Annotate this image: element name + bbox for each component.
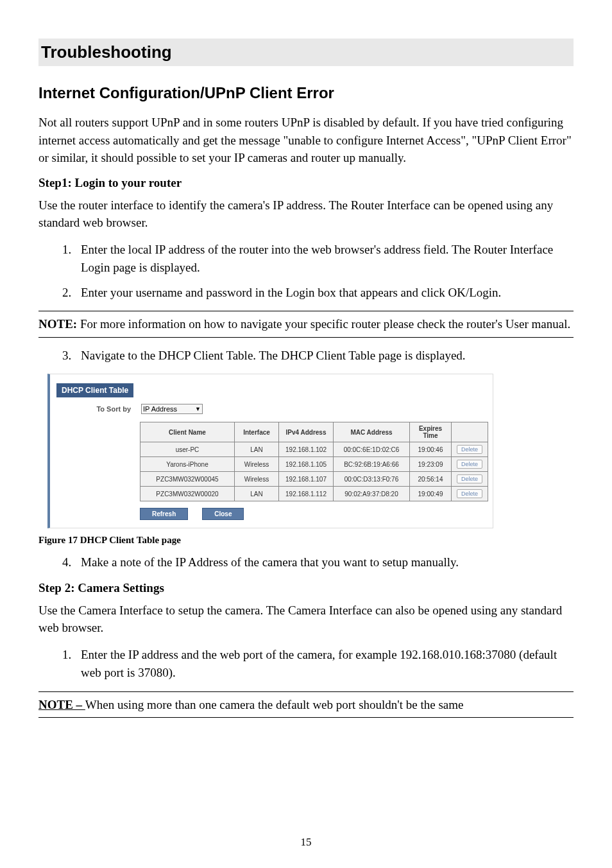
cell-interface: LAN bbox=[235, 487, 279, 501]
cell-interface: Wireless bbox=[235, 472, 279, 487]
close-button[interactable]: Close bbox=[202, 508, 244, 520]
col-action bbox=[452, 422, 488, 442]
figure-caption: Figure 17 DHCP Client Table page bbox=[38, 535, 574, 546]
cell-ip: 192.168.1.107 bbox=[279, 472, 334, 487]
table-row: PZC3MW032W00045 Wireless 192.168.1.107 0… bbox=[140, 472, 488, 487]
cell-ip: 192.168.1.105 bbox=[279, 457, 334, 472]
cell-ip: 192.168.1.102 bbox=[279, 442, 334, 457]
col-interface: Interface bbox=[235, 422, 279, 442]
cell-expires: 19:00:49 bbox=[410, 487, 452, 501]
step1c-list: Make a note of the IP Address of the cam… bbox=[38, 553, 574, 572]
step1-list: Enter the local IP address of the router… bbox=[38, 241, 574, 302]
note-2-text: When using more than one camera the defa… bbox=[85, 698, 464, 711]
cell-interface: LAN bbox=[235, 442, 279, 457]
step1-item-4: Make a note of the IP Address of the cam… bbox=[74, 553, 574, 572]
delete-button[interactable]: Delete bbox=[457, 460, 482, 469]
dhcp-sort-value: IP Address bbox=[143, 405, 177, 413]
dhcp-table: Client Name Interface IPv4 Address MAC A… bbox=[140, 422, 488, 501]
section-heading: Internet Configuration/UPnP Client Error bbox=[38, 84, 574, 102]
dhcp-figure: DHCP Client Table To Sort by IP Address … bbox=[47, 374, 493, 528]
cell-action: Delete bbox=[452, 472, 488, 487]
cell-client: PZC3MW032W00020 bbox=[140, 487, 235, 501]
note-1-label: NOTE: bbox=[38, 317, 77, 331]
page-title: Troubleshooting bbox=[38, 39, 574, 66]
cell-interface: Wireless bbox=[235, 457, 279, 472]
section-intro: Not all routers support UPnP and in some… bbox=[38, 114, 574, 167]
step1-heading: Step1: Login to your router bbox=[38, 176, 574, 190]
note-1: NOTE: For more information on how to nav… bbox=[38, 311, 574, 338]
step1-intro: Use the router interface to identify the… bbox=[38, 196, 574, 232]
delete-button[interactable]: Delete bbox=[457, 445, 482, 454]
table-row: PZC3MW032W00020 LAN 192.168.1.112 90:02:… bbox=[140, 487, 488, 501]
step2-intro: Use the Camera Interface to setup the ca… bbox=[38, 602, 574, 637]
document-page: Troubleshooting Internet Configuration/U… bbox=[0, 0, 612, 868]
cell-action: Delete bbox=[452, 487, 488, 501]
col-client: Client Name bbox=[140, 422, 235, 442]
cell-client: PZC3MW032W00045 bbox=[140, 472, 235, 487]
cell-action: Delete bbox=[452, 457, 488, 472]
dhcp-sort-row: To Sort by IP Address ▼ bbox=[50, 404, 493, 414]
cell-expires: 19:00:46 bbox=[410, 442, 452, 457]
refresh-button[interactable]: Refresh bbox=[140, 508, 188, 520]
step1-item-3: Navigate to the DHCP Client Table. The D… bbox=[74, 347, 574, 365]
dhcp-sort-label: To Sort by bbox=[86, 405, 131, 413]
cell-action: Delete bbox=[452, 442, 488, 457]
dhcp-buttons: Refresh Close bbox=[140, 508, 493, 520]
cell-expires: 20:56:14 bbox=[410, 472, 452, 487]
step1b-list: Navigate to the DHCP Client Table. The D… bbox=[38, 347, 574, 365]
cell-mac: 90:02:A9:37:D8:20 bbox=[334, 487, 410, 501]
col-mac: MAC Address bbox=[334, 422, 410, 442]
page-number: 15 bbox=[0, 836, 612, 849]
cell-ip: 192.168.1.112 bbox=[279, 487, 334, 501]
cell-mac: BC:92:6B:19:A6:66 bbox=[334, 457, 410, 472]
step1-item-1: Enter the local IP address of the router… bbox=[74, 241, 574, 277]
delete-button[interactable]: Delete bbox=[457, 489, 482, 498]
cell-client: Yarons-iPhone bbox=[140, 457, 235, 472]
cell-mac: 00:0C:D3:13:F0:76 bbox=[334, 472, 410, 487]
col-expires: Expires Time bbox=[410, 422, 452, 442]
step2-list: Enter the IP address and the web port of… bbox=[38, 646, 574, 682]
cell-mac: 00:0C:6E:1D:02:C6 bbox=[334, 442, 410, 457]
dhcp-header-strip: DHCP Client Table bbox=[50, 383, 493, 397]
dhcp-panel-title: DHCP Client Table bbox=[56, 383, 133, 397]
col-ip: IPv4 Address bbox=[279, 422, 334, 442]
step2-item-1: Enter the IP address and the web port of… bbox=[74, 646, 574, 682]
note-1-text: For more information on how to navigate … bbox=[77, 317, 570, 331]
cell-expires: 19:23:09 bbox=[410, 457, 452, 472]
dhcp-sort-select[interactable]: IP Address ▼ bbox=[141, 404, 203, 414]
delete-button[interactable]: Delete bbox=[457, 474, 482, 483]
chevron-down-icon: ▼ bbox=[195, 406, 201, 412]
cell-client: user-PC bbox=[140, 442, 235, 457]
note-2-label: NOTE – bbox=[38, 698, 85, 711]
note-2: NOTE – When using more than one camera t… bbox=[38, 691, 574, 718]
step2-heading: Step 2: Camera Settings bbox=[38, 581, 574, 595]
dhcp-header-row: Client Name Interface IPv4 Address MAC A… bbox=[140, 422, 488, 442]
table-row: user-PC LAN 192.168.1.102 00:0C:6E:1D:02… bbox=[140, 442, 488, 457]
table-row: Yarons-iPhone Wireless 192.168.1.105 BC:… bbox=[140, 457, 488, 472]
step1-item-2: Enter your username and password in the … bbox=[74, 284, 574, 302]
